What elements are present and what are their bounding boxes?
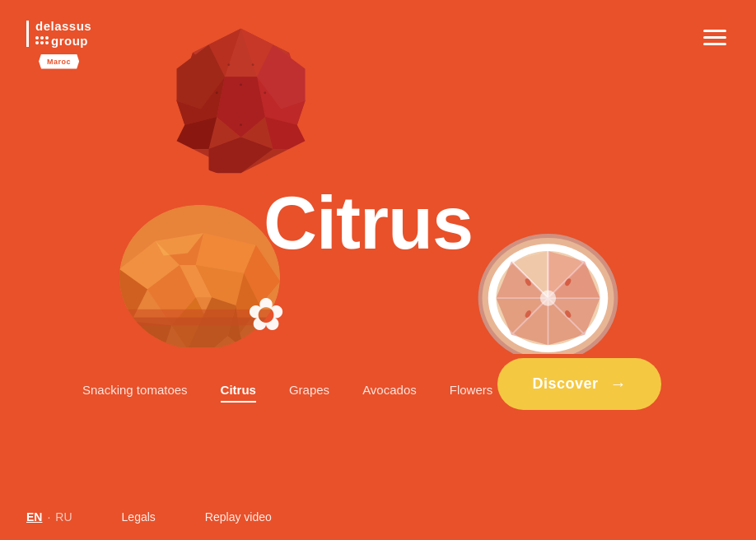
lang-en[interactable]: EN	[26, 510, 42, 524]
language-selector: EN · RU	[26, 510, 72, 524]
logo-badge: Maroc	[39, 54, 79, 69]
replay-video-link[interactable]: Replay video	[205, 510, 272, 524]
flower-decoration: ✿	[247, 288, 285, 341]
nav-item-grapes[interactable]: Grapes	[289, 383, 329, 400]
svg-point-20	[264, 91, 266, 94]
header: delassus group Maroc	[0, 0, 756, 89]
discover-arrow-icon: →	[610, 375, 628, 393]
lang-separator: ·	[47, 510, 50, 524]
footer: EN · RU Legals Replay video	[0, 494, 756, 540]
svg-point-21	[240, 123, 242, 126]
product-navigation: Snacking tomatoes Citrus Grapes Avocados…	[82, 383, 492, 400]
svg-point-19	[216, 91, 218, 94]
nav-item-flowers[interactable]: Flowers	[450, 383, 493, 400]
nav-item-avocados[interactable]: Avocados	[362, 383, 417, 400]
svg-point-47	[540, 290, 556, 305]
main-content: delassus group Maroc	[0, 0, 756, 540]
legals-link[interactable]: Legals	[122, 510, 156, 524]
nav-item-citrus[interactable]: Citrus	[221, 383, 256, 400]
logo: delassus group Maroc	[26, 20, 91, 69]
logo-line1: delassus	[35, 20, 91, 34]
discover-button[interactable]: Discover →	[497, 358, 661, 410]
lang-ru[interactable]: RU	[55, 510, 72, 524]
nav-item-snacking-tomatoes[interactable]: Snacking tomatoes	[82, 383, 188, 400]
hamburger-button[interactable]	[700, 26, 730, 49]
discover-label: Discover	[532, 375, 598, 393]
grapefruit-slice	[476, 222, 620, 354]
hero-title: Citrus	[264, 181, 473, 266]
logo-line2: group	[51, 34, 88, 48]
